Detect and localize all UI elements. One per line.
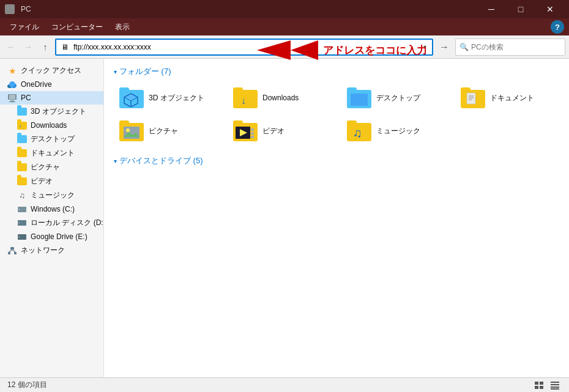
content-area: ▾ フォルダー (7) 3D オブジェクト (104, 59, 569, 377)
sidebar-item-google-drive[interactable]: Google Drive (E:) (0, 230, 103, 243)
folder-documents-label: ドキュメント (490, 93, 534, 103)
sidebar-item-downloads[interactable]: Downloads (0, 119, 103, 132)
3d-folder-icon-big (119, 87, 144, 108)
svg-point-12 (18, 222, 20, 223)
quick-access-label: クイック アクセス (21, 65, 81, 76)
downloads-folder-icon-big: ↓ (233, 87, 258, 108)
folder-item-desktop[interactable]: デスクトップ (341, 83, 452, 113)
title-text: PC (21, 5, 474, 13)
videos-folder-icon (17, 177, 27, 187)
svg-rect-7 (10, 100, 14, 102)
close-button[interactable]: ✕ (536, 0, 564, 18)
svg-point-14 (18, 236, 20, 237)
toolbar: ← → ↑ 🖥 ▾ → 🔍 アドレスをココに入力 (0, 35, 569, 59)
back-button[interactable]: ← (4, 40, 18, 54)
folder-music-label: ミュージック (376, 126, 420, 136)
star-icon: ★ (7, 66, 17, 76)
sidebar-item-pictures[interactable]: ピクチャ (0, 160, 103, 174)
folder-pictures-label: ピクチャ (149, 126, 178, 136)
folders-label: フォルダー (7) (119, 66, 171, 77)
main-area: ★ クイック アクセス OneDrive PC (0, 59, 569, 377)
sidebar-item-network[interactable]: ネットワーク (0, 243, 103, 257)
onedrive-label: OneDrive (21, 80, 52, 89)
details-view-button[interactable] (548, 379, 562, 392)
svg-rect-38 (540, 386, 543, 389)
svg-rect-17 (14, 252, 17, 254)
folder-item-documents[interactable]: ドキュメント (455, 83, 565, 113)
sidebar-3d-label: 3D オブジェクト (31, 106, 86, 117)
address-input[interactable] (73, 43, 417, 51)
large-icons-view-button[interactable] (532, 379, 546, 392)
svg-point-4 (9, 81, 15, 87)
folder-item-pictures[interactable]: ピクチャ (114, 116, 224, 146)
devices-section-title: ▾ デバイスとドライブ (5) (114, 155, 559, 166)
svg-rect-41 (551, 386, 559, 388)
svg-rect-37 (535, 386, 538, 389)
desktop-folder-icon-big (347, 87, 371, 108)
folder-desktop-label: デスクトップ (376, 93, 420, 103)
documents-folder-icon-big (461, 87, 485, 108)
network-icon (7, 246, 17, 256)
onedrive-icon (7, 80, 17, 89)
drive-d-icon (17, 218, 27, 228)
address-bar: 🖥 ▾ (55, 39, 433, 56)
sidebar-music-label: ミュージック (31, 190, 75, 201)
folder-item-downloads[interactable]: ↓ Downloads (228, 83, 338, 113)
sidebar-item-quick-access[interactable]: ★ クイック アクセス (0, 64, 103, 78)
sidebar-downloads-label: Downloads (31, 121, 67, 130)
svg-rect-39 (551, 382, 559, 383)
sidebar-google-drive-label: Google Drive (E:) (31, 232, 87, 241)
svg-rect-6 (9, 95, 15, 99)
sidebar-pictures-label: ピクチャ (31, 162, 60, 172)
minimize-button[interactable]: ─ (477, 0, 505, 18)
folder-item-music[interactable]: ♫ ミュージック (341, 116, 452, 146)
sidebar-item-desktop[interactable]: デスクトップ (0, 132, 103, 146)
svg-rect-34 (251, 136, 254, 138)
search-icon: 🔍 (459, 43, 469, 51)
sidebar: ★ クイック アクセス OneDrive PC (0, 59, 104, 377)
svg-rect-8 (9, 102, 15, 102)
title-icons (5, 4, 15, 14)
app-icon (5, 4, 15, 14)
sidebar-item-onedrive[interactable]: OneDrive (0, 78, 103, 91)
desktop-folder-icon (17, 135, 27, 144)
svg-marker-21 (124, 94, 138, 101)
sidebar-item-3d-objects[interactable]: 3D オブジェクト (0, 105, 103, 119)
status-count: 12 個の項目 (7, 380, 47, 390)
music-folder-icon-big: ♫ (347, 120, 371, 141)
go-button[interactable]: → (436, 39, 453, 56)
documents-folder-icon (17, 149, 27, 158)
pictures-folder-icon-big (119, 120, 144, 141)
folders-section-title: ▾ フォルダー (7) (114, 66, 559, 77)
music-note-icon: ♫ (353, 126, 362, 140)
svg-rect-16 (8, 252, 10, 254)
menu-computer[interactable]: コンピューター (46, 20, 108, 35)
help-button[interactable]: ? (551, 20, 564, 34)
search-input[interactable] (471, 43, 561, 51)
chevron-down-icon-2: ▾ (114, 158, 117, 165)
devices-label: デバイスとドライブ (5) (119, 155, 203, 166)
forward-button[interactable]: → (21, 40, 35, 54)
menu-file[interactable]: ファイル (5, 20, 44, 35)
google-drive-icon (17, 232, 27, 242)
folder-item-3d[interactable]: 3D オブジェクト (114, 83, 224, 113)
videos-folder-icon-big (233, 120, 258, 141)
sidebar-drive-c-label: Windows (C:) (31, 205, 75, 213)
view-controls (532, 379, 562, 392)
pc-label: PC (21, 94, 31, 102)
sidebar-item-documents[interactable]: ドキュメント (0, 146, 103, 160)
address-dropdown-button[interactable]: ▾ (417, 39, 432, 55)
sidebar-item-local-d[interactable]: ローカル ディスク (D:) (0, 216, 103, 230)
sidebar-item-pc[interactable]: PC (0, 91, 103, 105)
drive-c-icon (17, 204, 27, 214)
maximize-button[interactable]: □ (507, 0, 535, 18)
sidebar-item-windows-c[interactable]: Windows (C:) (0, 202, 103, 216)
folder-item-videos[interactable]: ビデオ (228, 116, 338, 146)
sidebar-item-videos[interactable]: ビデオ (0, 174, 103, 188)
sidebar-item-music[interactable]: ♫ ミュージック (0, 188, 103, 202)
svg-line-18 (9, 250, 12, 252)
up-button[interactable]: ↑ (38, 40, 53, 54)
menu-view[interactable]: 表示 (110, 20, 135, 35)
folder-downloads-label: Downloads (262, 94, 299, 102)
network-label: ネットワーク (21, 245, 65, 256)
